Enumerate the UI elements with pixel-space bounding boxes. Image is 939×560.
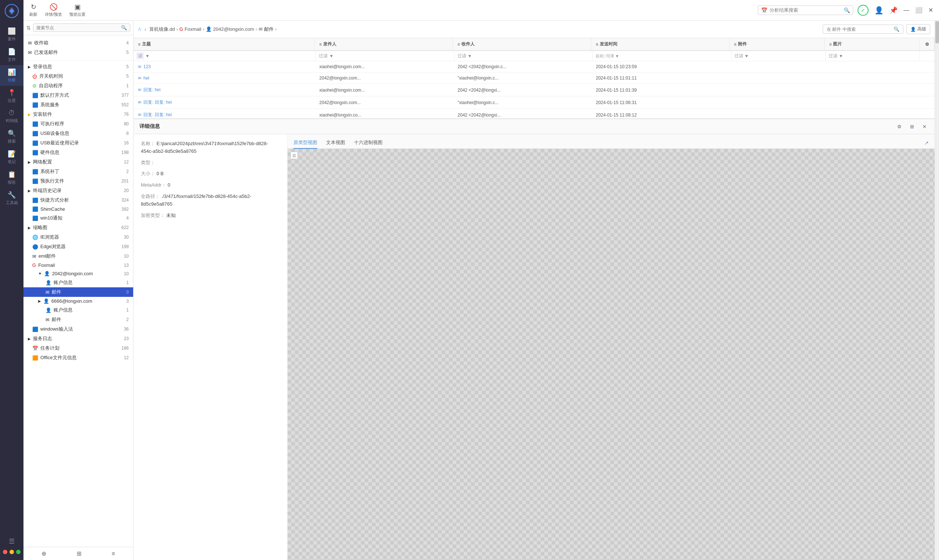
tree-item-inbox[interactable]: ✉ 收件箱 4 (23, 38, 133, 48)
tab-text-view[interactable]: 文本视图 (326, 137, 345, 149)
tree-item-servicelog[interactable]: ▶ 服务日志 23 (23, 334, 133, 343)
tree-item-default-open[interactable]: 🟦 默认打开方式 377 (23, 91, 133, 100)
maximize-button[interactable]: ⬜ (915, 6, 922, 14)
tree-item-account-info1[interactable]: 👤 账户信息 1 (23, 278, 133, 287)
table-row[interactable]: ✉ 123 xiaohei@longxin.com... 2042 <2042@… (134, 61, 934, 72)
tree-item-edge[interactable]: 🔵 Edge浏览器 199 (23, 242, 133, 251)
refresh-button[interactable]: ↻ 刷新 (29, 3, 37, 17)
tab-raw-view[interactable]: 原类型视图 (293, 137, 317, 149)
scrollbar-thumb[interactable] (935, 21, 939, 43)
sidebar-item-cases[interactable]: ⬜ 案件 (0, 24, 23, 45)
tree-item-software[interactable]: ▶ 安装软件 76 (23, 109, 133, 119)
tree-item-tasks[interactable]: 📅 任务计划 186 (23, 343, 133, 353)
filter-attachment-icon[interactable]: ▼ (745, 54, 749, 58)
tree-add-icon[interactable]: ⊕ (42, 550, 46, 557)
close-button[interactable]: ✕ (928, 6, 933, 14)
sidebar-item-location[interactable]: 📍 位置 (0, 86, 23, 106)
tree-grid-icon[interactable]: ⊞ (77, 550, 82, 557)
table-row[interactable]: ✉ hei 2042@longxin.com... "xiaohei@longx… (134, 72, 934, 84)
tree-sort-icon[interactable]: ⇅ (26, 25, 31, 31)
filter-subject-icon[interactable]: ▼ (145, 54, 150, 58)
tree-item-terminal[interactable]: ▶ 终端历史记录 20 (23, 186, 133, 195)
detail-layout-button[interactable]: ⊞ (907, 122, 916, 131)
breadcrumb-foxmail-label[interactable]: Foxmail (185, 26, 201, 32)
tree-item-usb-recent[interactable]: 🟦 USB最近使用记录 16 (23, 138, 133, 148)
tree-item-usb[interactable]: 🟦 USB设备信息 8 (23, 129, 133, 138)
detail-type: 类型： (141, 159, 280, 167)
tree-item-ime[interactable]: 🟦 windows输入法 36 (23, 325, 133, 334)
tree-search-input[interactable] (36, 25, 120, 31)
tree-item-shimcache[interactable]: 🟦 ShimCache 392 (23, 205, 133, 213)
tree-item-mail-selected[interactable]: ✉ 邮件 9 (23, 287, 133, 297)
expand-icon2: ▶ (28, 112, 31, 117)
close-dot[interactable] (3, 550, 7, 554)
tree-item-login[interactable]: ▶ 登录信息 5 (23, 62, 133, 71)
preview-pos-button[interactable]: ▣ 预览位置 (69, 3, 85, 17)
vertical-scrollbar[interactable] (934, 20, 939, 560)
tree-search-box[interactable]: 🔍 (33, 23, 130, 32)
toolbar-icons: ✓ 👤 📌 — ⬜ ✕ (857, 5, 933, 16)
tree-item-hardware[interactable]: 🟦 硬件信息 198 (23, 148, 133, 157)
tree-item-network[interactable]: ▶ 网络配置 12 (23, 157, 133, 167)
td-subject-1: ✉ hei (134, 72, 315, 83)
sidebar-item-tools[interactable]: 🔧 工具箱 (0, 188, 23, 209)
external-link-icon[interactable]: ↗ (924, 140, 929, 146)
tree-item-eml[interactable]: ✉ eml邮件 10 (23, 251, 133, 261)
breadcrumb-foxmail[interactable]: G (179, 26, 183, 32)
analysis-search-input[interactable] (769, 7, 842, 13)
breadcrumb-account[interactable]: 2042@longxin.com (213, 26, 254, 32)
tree-item-patches[interactable]: 🟦 系统补丁 2 (23, 167, 133, 176)
mail-search-input[interactable] (827, 27, 891, 32)
tree-item-win10notify[interactable]: 🟦 win10通知 4 (23, 213, 133, 223)
minimize-button[interactable]: — (904, 7, 909, 14)
sidebar-item-menu[interactable]: ☰ (0, 534, 23, 548)
filter-sender-icon[interactable]: ▼ (329, 54, 333, 58)
tree-item-prefetch[interactable]: 🟦 预执行文件 201 (23, 176, 133, 186)
breadcrumb-mail[interactable]: 邮件 (264, 26, 274, 32)
table-row[interactable]: ✉ 回复: 回复: hei 2042@longxin.com... "xiaoh… (134, 96, 934, 109)
tree-item-executables[interactable]: 🟦 可执行程序 80 (23, 119, 133, 129)
tree-item-account1[interactable]: ▼ 👤 2042@longxin.com 10 (23, 269, 133, 278)
detail-settings-button[interactable]: ⚙ (895, 122, 904, 131)
filter-receiver-icon[interactable]: ▼ (468, 54, 472, 58)
sidebar-item-files[interactable]: 📄 文件 (0, 45, 23, 65)
tree-item-account2[interactable]: ▶ 👤 6666@longxin.com 3 (23, 297, 133, 305)
nav-back[interactable]: ‹ (145, 26, 146, 32)
table-row[interactable]: ✉ 回复: 回复: hei xiaohei@longxin.co... 2042… (134, 109, 934, 119)
table-row[interactable]: ✉ 回复: hei xiaohei@longxin.com... 2042 <2… (134, 84, 934, 96)
detail-close-button[interactable]: ✕ (920, 122, 929, 131)
minimize-dot[interactable] (9, 550, 14, 554)
tree-item-account-info2[interactable]: 👤 账户信息 1 (23, 305, 133, 315)
tree-item-thumbnails[interactable]: ▶ 缩略图 622 (23, 223, 133, 232)
tree-item-ie[interactable]: 🌐 IE浏览器 30 (23, 232, 133, 242)
maximize-dot[interactable] (16, 550, 20, 554)
mail-search-box[interactable]: 🔍 (823, 25, 904, 34)
th-settings[interactable]: ⚙ (920, 38, 934, 50)
breadcrumb-disk[interactable]: 算机镜像.dd (149, 26, 175, 32)
sidebar-item-reports[interactable]: 📋 报告 (0, 168, 23, 188)
tree-item-power[interactable]: ⏻ 开关机时间 5 (23, 71, 133, 81)
detail-preview-button[interactable]: 🚫 详情/预览 (45, 3, 62, 17)
th-subject-sort-icon: ≡ (138, 42, 140, 47)
tree-list-icon[interactable]: ≡ (111, 551, 115, 557)
sidebar-item-timeline[interactable]: ⏱ 时间线 (0, 106, 23, 126)
filter-time-icon[interactable]: ▼ (615, 54, 619, 58)
tree-item-mail2[interactable]: ✉ 邮件 2 (23, 315, 133, 325)
analysis-search-box[interactable]: 📅 🔍 (758, 6, 853, 15)
edge-icon: 🔵 (32, 244, 38, 249)
tree-item-foxmail[interactable]: G Foxmail 13 (23, 261, 133, 269)
sidebar-item-notes[interactable]: 📝 笔记 (0, 147, 23, 168)
td-receiver-1: "xiaohei@longxin.c... (453, 72, 592, 83)
tree-item-services[interactable]: 🟦 系统服务 552 (23, 100, 133, 109)
tree-item-autostart[interactable]: ⚙ 自启动程序 1 (23, 81, 133, 91)
tree-item-sent[interactable]: ✉ 已发送邮件 5 (23, 48, 133, 57)
tree-item-office-meta[interactable]: 🟧 Office文件元信息 12 (23, 353, 133, 363)
tab-hex-view[interactable]: 十六进制视图 (354, 137, 382, 149)
sidebar-item-analysis[interactable]: 📊 分析 (0, 65, 23, 86)
breadcrumb-sep2: › (203, 26, 204, 32)
search-submit-icon[interactable]: 🔍 (843, 7, 850, 13)
sidebar-item-search[interactable]: 🔍 搜索 (0, 126, 23, 147)
filter-image-icon[interactable]: ▼ (839, 54, 843, 58)
advanced-search-button[interactable]: 👤 高级 (907, 24, 930, 34)
tree-item-shortcuts[interactable]: 🟦 快捷方式分析 324 (23, 195, 133, 205)
